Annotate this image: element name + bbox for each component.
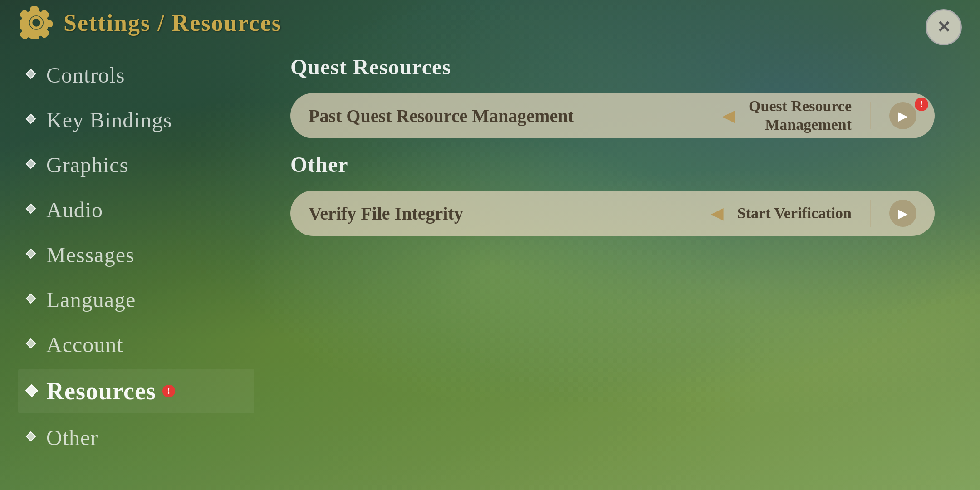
sidebar-item-label: Audio bbox=[46, 197, 103, 222]
sidebar-item-label: Controls bbox=[46, 63, 125, 88]
gear-icon bbox=[18, 5, 54, 41]
diamond-icon bbox=[27, 205, 37, 215]
main-content: Controls Key Bindings Graphics bbox=[0, 45, 980, 490]
diamond-icon bbox=[27, 295, 37, 305]
quest-row-action-label: Quest ResourceManagement bbox=[749, 97, 852, 134]
sidebar-item-label: Account bbox=[46, 332, 123, 357]
sidebar-item-resources[interactable]: Resources ! bbox=[18, 369, 254, 413]
sidebar-item-graphics[interactable]: Graphics bbox=[18, 144, 254, 186]
verify-row-label: Verify File Integrity bbox=[309, 203, 711, 224]
sidebar-item-controls[interactable]: Controls bbox=[18, 54, 254, 96]
quest-row-action: ◀ Quest ResourceManagement ▶ bbox=[722, 97, 916, 134]
sidebar-item-label: Graphics bbox=[46, 152, 128, 177]
header: Settings / Resources ✕ bbox=[0, 0, 980, 45]
verify-row-action: ◀ Start Verification ▶ bbox=[711, 200, 916, 227]
diamond-active-icon bbox=[27, 386, 37, 396]
sidebar-item-key-bindings[interactable]: Key Bindings bbox=[18, 99, 254, 141]
notification-badge: ! bbox=[162, 385, 175, 397]
verify-integrity-row[interactable]: Verify File Integrity ◀ Start Verificati… bbox=[290, 191, 935, 236]
sidebar-item-label: Language bbox=[46, 287, 136, 312]
divider bbox=[870, 200, 871, 227]
quest-section-title: Quest Resources bbox=[290, 54, 935, 79]
sidebar-item-other[interactable]: Other bbox=[18, 417, 254, 458]
page-title: Settings / Resources bbox=[64, 10, 282, 36]
quest-resource-row[interactable]: Past Quest Resource Management ◀ Quest R… bbox=[290, 93, 935, 138]
diamond-icon bbox=[27, 340, 37, 350]
diamond-icon bbox=[27, 433, 37, 443]
sidebar-item-label: Resources bbox=[46, 377, 156, 405]
other-section-title: Other bbox=[290, 152, 935, 177]
quest-row-label: Past Quest Resource Management bbox=[309, 105, 722, 127]
verify-row-arrow-button[interactable]: ▶ bbox=[889, 200, 916, 227]
sidebar-item-account[interactable]: Account bbox=[18, 324, 254, 365]
sidebar-item-audio[interactable]: Audio bbox=[18, 189, 254, 230]
divider bbox=[870, 102, 871, 129]
verify-row-action-label: Start Verification bbox=[737, 204, 852, 223]
sidebar-item-messages[interactable]: Messages bbox=[18, 234, 254, 275]
left-arrow-icon: ◀ bbox=[711, 204, 724, 223]
sidebar: Controls Key Bindings Graphics bbox=[18, 45, 254, 472]
diamond-icon bbox=[27, 70, 37, 80]
diamond-icon bbox=[27, 160, 37, 170]
right-panel: Quest Resources Past Quest Resource Mana… bbox=[254, 45, 962, 472]
diamond-icon bbox=[27, 115, 37, 125]
sidebar-item-label: Messages bbox=[46, 242, 135, 267]
close-button[interactable]: ✕ bbox=[926, 9, 962, 45]
quest-row-arrow-button[interactable]: ▶ bbox=[889, 102, 916, 129]
left-arrow-icon: ◀ bbox=[722, 106, 735, 125]
sidebar-item-label: Key Bindings bbox=[46, 108, 172, 132]
sidebar-item-label: Other bbox=[46, 425, 98, 450]
sidebar-item-language[interactable]: Language bbox=[18, 279, 254, 320]
quest-exclamation-badge: ! bbox=[915, 98, 928, 111]
diamond-icon bbox=[27, 250, 37, 260]
